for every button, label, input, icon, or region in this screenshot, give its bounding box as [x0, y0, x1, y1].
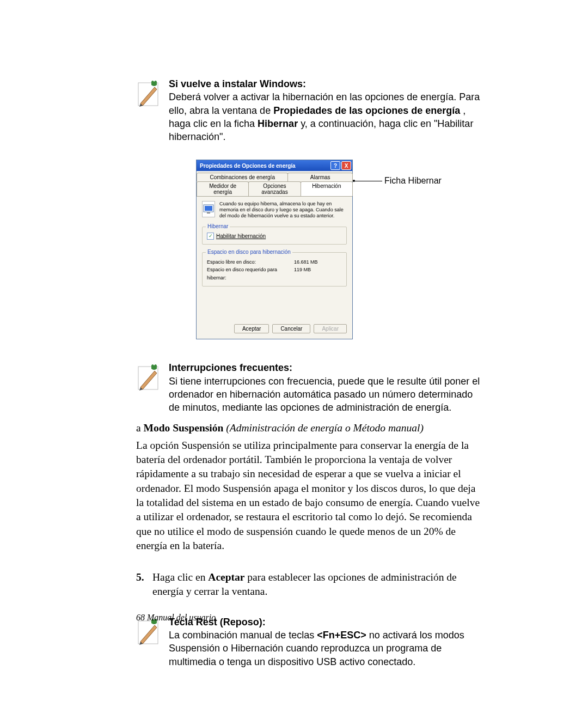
dialog-title: Propiedades de Opciones de energía — [200, 163, 296, 169]
group2-legend: Espacio en disco para hibernación — [206, 249, 292, 255]
callout-label: Ficha Hibernar — [384, 176, 442, 186]
body-para: La opción Suspensión se utiliza principa… — [136, 438, 482, 553]
close-button[interactable]: X — [341, 161, 351, 170]
tab-alarmas[interactable]: Alarmas — [287, 173, 353, 181]
callout: Ficha Hibernar — [354, 176, 442, 186]
step-5: 5. Haga clic en Aceptar para establecer … — [136, 570, 482, 599]
note2-text: Interrupciones frecuentes: Si tiene inte… — [169, 361, 482, 414]
enable-hibernate-checkbox[interactable]: ✓ Habilitar hibernación — [207, 233, 342, 240]
svg-rect-2 — [205, 206, 212, 211]
dialog-desc: Cuando su equipo hiberna, almacena lo qu… — [219, 201, 347, 218]
note1-title: Si vuelve a instalar Windows: — [169, 78, 306, 89]
svg-rect-3 — [207, 212, 210, 214]
monitor-icon — [202, 201, 215, 217]
section-heading: a Modo Suspensión (Administración de ene… — [136, 422, 482, 434]
apply-button[interactable]: Aplicar — [314, 324, 347, 333]
tab-combinaciones[interactable]: Combinaciones de energía — [197, 173, 288, 181]
dialog-screenshot: Propiedades de Opciones de energía ? X C… — [196, 160, 425, 339]
note1-text: Si vuelve a instalar Windows: Deberá vol… — [169, 77, 482, 143]
group1-legend: Hibernar — [206, 223, 230, 229]
note3-text: Tecla Rest (Reposo): La combinación manu… — [169, 616, 482, 668]
check-icon: ✓ — [207, 233, 214, 240]
tab-hibernacion[interactable]: Hibernación — [301, 181, 353, 196]
note2-title: Interrupciones frecuentes: — [169, 362, 292, 373]
tab-opciones[interactable]: Opciones avanzadas — [248, 181, 301, 196]
cancel-button[interactable]: Cancelar — [272, 324, 310, 333]
help-button[interactable]: ? — [330, 161, 340, 170]
page-footer: 68 Manual del usuario — [136, 613, 216, 623]
note-icon — [136, 77, 169, 143]
note-icon — [136, 616, 169, 668]
ok-button[interactable]: Aceptar — [234, 324, 269, 333]
dialog-titlebar: Propiedades de Opciones de energía ? X — [197, 160, 352, 171]
tab-medidor[interactable]: Medidor de energía — [197, 181, 249, 196]
note-icon — [136, 361, 169, 414]
